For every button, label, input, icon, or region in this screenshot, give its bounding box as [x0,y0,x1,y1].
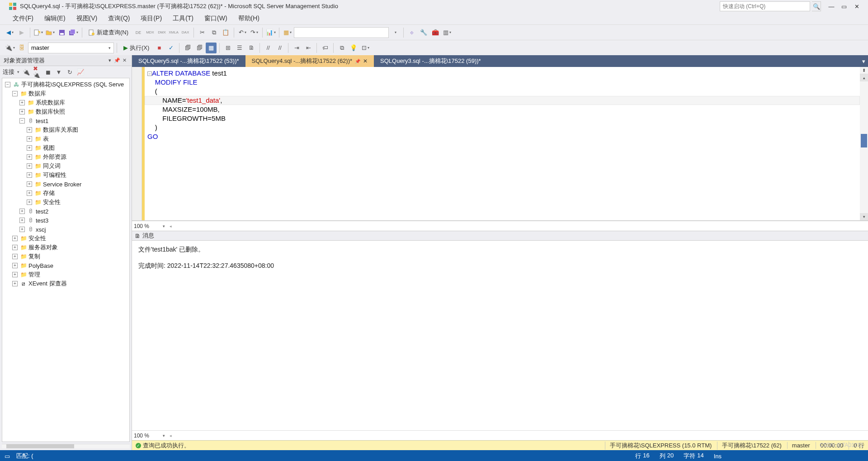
tree-polybase[interactable]: +📁PolyBase [2,261,129,270]
tree-tables[interactable]: +📁表 [2,134,129,143]
activity-monitor-button[interactable]: 📊 [265,27,276,38]
find-combo[interactable] [294,27,389,38]
xmla-query-button[interactable]: XMLA [168,27,179,38]
execute-button[interactable]: ▶执行(X) [120,43,153,53]
tree-server[interactable]: −🖧手可摘棉花\SQLEXPRESS (SQL Serve [2,80,129,89]
menu-help[interactable]: 帮助(H) [234,13,264,24]
sqlcmd-button[interactable]: ⧉ [336,43,347,53]
split-icon[interactable]: ⬍ [860,67,868,74]
tree-serverobjects[interactable]: +📁服务器对象 [2,243,129,252]
tree-diagrams[interactable]: +📁数据库关系图 [2,125,129,134]
available-db-icon[interactable]: 🗄 [16,43,27,53]
menu-view[interactable]: 视图(V) [72,13,102,24]
filter-icon[interactable]: ▼ [55,68,63,76]
outdent-button[interactable]: ⇤ [303,43,314,53]
close-tab-icon[interactable]: ✕ [363,58,368,64]
menu-project[interactable]: 项目(P) [136,13,166,24]
tree-scrollbar[interactable] [2,444,130,448]
menu-edit[interactable]: 编辑(E) [40,13,70,24]
toolbox-button[interactable]: 🧰 [430,27,441,38]
open-button[interactable] [45,27,56,38]
tab-sqlquery3[interactable]: SQLQuery3.sql -...摘棉花\17522 (59))* [374,55,487,67]
panel-dropdown-icon[interactable]: ▾ [106,57,113,64]
zoom-value-msg[interactable]: 100 % [134,432,161,439]
undo-button[interactable]: ↶ [237,27,248,38]
intellisense-button[interactable]: 💡 [348,43,359,53]
quick-launch-input[interactable] [720,1,810,11]
change-connection-button[interactable]: 🔌 [5,43,15,53]
database-selector[interactable]: master▾ [28,43,114,53]
close-button[interactable]: ✕ [852,1,862,11]
tab-overflow-icon[interactable]: ▾ [859,55,868,67]
extension-button[interactable]: ⟐ [406,27,417,38]
nav-back-button[interactable]: ◀ [5,27,15,38]
close-panel-icon[interactable]: ✕ [121,57,128,64]
search-icon[interactable]: 🔍 [812,1,821,11]
minimize-button[interactable]: — [826,1,836,11]
actual-plan-button[interactable]: 🗐 [194,43,205,53]
results-text-button[interactable]: ☰ [234,43,245,53]
engine-query-button[interactable]: DE [133,27,144,38]
redo-button[interactable]: ↷ [249,27,259,38]
cut-button[interactable]: ✂ [197,27,208,38]
tree-external[interactable]: +📁外部资源 [2,152,129,162]
tree-test2[interactable]: +🛢test2 [2,207,129,216]
tree-programmability[interactable]: +📁可编程性 [2,171,129,180]
messages-pane[interactable]: 文件'test1bak' 已删除。 完成时间: 2022-11-14T22:32… [132,241,868,430]
tree-views[interactable]: +📁视图 [2,143,129,152]
indent-button[interactable]: ⇥ [291,43,302,53]
refresh-icon[interactable]: ↻ [66,68,74,76]
menu-query[interactable]: 查询(Q) [104,13,134,24]
tree-security-db[interactable]: +📁安全性 [2,198,129,207]
parse-button[interactable]: ✓ [165,43,176,53]
save-button[interactable] [57,27,67,38]
code-editor[interactable]: −ALTER DATABASE test1 MODIFY FILE ( NAME… [132,67,868,221]
scroll-up-icon[interactable]: ▴ [860,74,868,81]
tree-replication[interactable]: +📁复制 [2,252,129,261]
editor-scrollbar[interactable]: ▴ ▾ [860,74,868,220]
mdx-query-button[interactable]: MDX [145,27,156,38]
surround-button[interactable]: ⊡ [360,43,371,53]
stop-button[interactable]: ■ [154,43,165,53]
tree-sysdb[interactable]: +📁系统数据库 [2,98,129,107]
zoom-value[interactable]: 100 % [134,223,161,229]
paste-button[interactable]: 📋 [220,27,231,38]
nav-forward-button[interactable]: ▶ [16,27,27,38]
tab-sqlquery5[interactable]: SQLQuery5.sql -...摘棉花\17522 (53))* [132,55,245,67]
connect-icon[interactable]: 🔌 [22,68,30,76]
tree-snapshot[interactable]: +📁数据库快照 [2,107,129,116]
disconnect-icon[interactable]: ✖🔌 [33,68,41,76]
object-tree[interactable]: −🖧手可摘棉花\SQLEXPRESS (SQL Serve −📁数据库 +📁系统… [2,78,130,442]
tree-storage[interactable]: +📁存储 [2,189,129,198]
live-stats-button[interactable]: ▦ [206,43,217,53]
tree-security[interactable]: +📁安全性 [2,234,129,243]
results-grid-button[interactable]: ⊞ [222,43,233,53]
menu-window[interactable]: 窗口(W) [200,13,232,24]
uncomment-button[interactable]: // [274,43,285,53]
copy-button[interactable]: ⧉ [208,27,219,38]
tree-xevent[interactable]: +⧄XEvent 探查器 [2,279,129,288]
pin-icon[interactable]: 📌 [113,57,121,64]
connect-label[interactable]: 连接 [3,68,14,76]
window-layout-button[interactable]: ▥ [442,27,453,38]
dmx-query-button[interactable]: DMX [156,27,167,38]
registered-servers-button[interactable]: ▦ [282,27,293,38]
tab-sqlquery4[interactable]: SQLQuery4.sql -...摘棉花\17522 (62))*📌✕ [245,55,374,67]
save-all-button[interactable] [68,27,79,38]
comment-button[interactable]: // [263,43,274,53]
new-item-button[interactable] [33,27,44,38]
pin-tab-icon[interactable]: 📌 [355,59,360,64]
maximize-button[interactable]: ▭ [839,1,849,11]
menu-tools[interactable]: 工具(T) [168,13,198,24]
specify-values-button[interactable]: 🏷 [320,43,330,53]
tools-button[interactable]: 🔧 [418,27,429,38]
results-file-button[interactable]: 🗎 [246,43,257,53]
quick-launch[interactable]: 🔍 [720,1,821,11]
code-body[interactable]: −ALTER DATABASE test1 MODIFY FILE ( NAME… [145,67,860,220]
dax-query-button[interactable]: DAX [180,27,191,38]
tree-servicebroker[interactable]: +📁Service Broker [2,180,129,189]
estimated-plan-button[interactable]: 🗐 [182,43,193,53]
stop-icon[interactable]: ◼ [44,68,52,76]
find-dropdown[interactable] [390,27,401,38]
tree-synonyms[interactable]: +📁同义词 [2,162,129,171]
